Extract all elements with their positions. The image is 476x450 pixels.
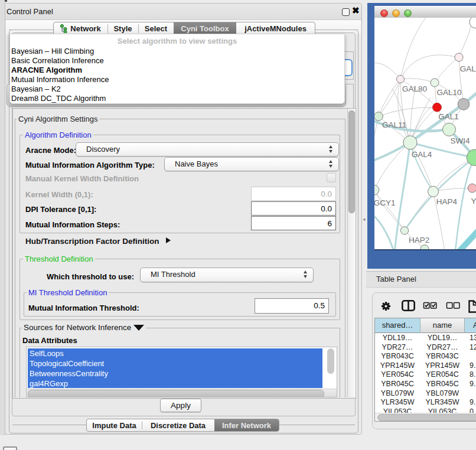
svg-text:GCY1: GCY1	[374, 198, 395, 207]
svg-text:GAL7: GAL7	[460, 64, 476, 73]
svg-text:SWI4: SWI4	[450, 136, 470, 145]
svg-text:Y: Y	[471, 197, 476, 206]
svg-text:GAL4: GAL4	[412, 150, 432, 159]
svg-text:GAL80: GAL80	[402, 84, 427, 93]
svg-text:HAP2: HAP2	[409, 236, 429, 244]
svg-text:GAL1: GAL1	[438, 112, 459, 121]
svg-text:GAL11: GAL11	[382, 120, 406, 129]
svg-text:GAL10: GAL10	[436, 88, 461, 97]
svg-text:HAP4: HAP4	[436, 197, 458, 206]
